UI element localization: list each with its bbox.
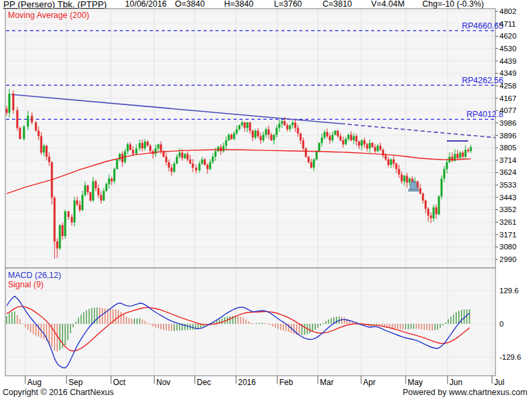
candle bbox=[287, 125, 289, 129]
candle bbox=[182, 152, 184, 158]
candle bbox=[361, 140, 363, 146]
candle bbox=[324, 132, 326, 138]
svg-text:Feb: Feb bbox=[279, 378, 293, 387]
candle bbox=[192, 164, 194, 168]
candle bbox=[348, 135, 350, 139]
candle bbox=[215, 151, 217, 156]
candle bbox=[404, 176, 406, 181]
candle bbox=[95, 182, 97, 188]
candle bbox=[436, 207, 438, 214]
svg-text:4349: 4349 bbox=[499, 69, 517, 77]
candle bbox=[430, 215, 432, 218]
candle bbox=[43, 146, 45, 152]
candle bbox=[470, 147, 472, 151]
candle bbox=[255, 131, 257, 138]
chart-canvas[interactable]: RP4660.65RP4262.56RP4012.8 4802471146204… bbox=[0, 0, 532, 399]
candle bbox=[257, 131, 259, 136]
level-label: RP4660.65 bbox=[462, 21, 503, 31]
candle bbox=[74, 200, 76, 222]
candle bbox=[303, 140, 305, 148]
candle bbox=[281, 121, 283, 124]
candle bbox=[420, 188, 422, 194]
svg-text:Dec: Dec bbox=[197, 378, 211, 387]
candle bbox=[244, 122, 246, 128]
macd-legend-label: MACD (26,12) bbox=[8, 271, 61, 280]
candle bbox=[452, 157, 454, 161]
candle bbox=[460, 152, 462, 158]
svg-text:Jun: Jun bbox=[450, 378, 462, 387]
candle bbox=[35, 122, 37, 130]
svg-text:3080: 3080 bbox=[499, 243, 517, 251]
candle bbox=[223, 146, 225, 151]
candle bbox=[231, 135, 233, 139]
candle bbox=[300, 134, 302, 140]
svg-text:Nov: Nov bbox=[156, 378, 170, 387]
candle bbox=[284, 121, 286, 125]
candle bbox=[247, 122, 249, 128]
svg-text:Jul: Jul bbox=[494, 378, 504, 387]
level-label: RP4262.56 bbox=[462, 76, 503, 85]
candle bbox=[114, 169, 116, 182]
candle bbox=[438, 196, 440, 214]
candle bbox=[345, 139, 347, 144]
candle bbox=[92, 182, 94, 201]
candle bbox=[38, 131, 40, 136]
svg-text:May: May bbox=[408, 378, 423, 387]
candle bbox=[441, 179, 443, 197]
candle bbox=[380, 146, 382, 150]
candle bbox=[398, 169, 400, 174]
candle bbox=[68, 211, 70, 217]
candle bbox=[127, 144, 129, 151]
svg-text:3261: 3261 bbox=[499, 218, 517, 226]
svg-text:3171: 3171 bbox=[499, 231, 517, 239]
candle bbox=[142, 143, 144, 148]
svg-text:4802: 4802 bbox=[499, 7, 517, 15]
candle bbox=[465, 150, 467, 156]
candle bbox=[308, 157, 310, 162]
candle bbox=[265, 129, 267, 134]
candle bbox=[332, 135, 334, 140]
candle bbox=[111, 179, 113, 182]
candle bbox=[396, 164, 398, 169]
candle bbox=[340, 136, 342, 140]
powered-by-link[interactable]: Powered by www.chartnexus.com bbox=[402, 388, 527, 397]
candle bbox=[98, 188, 100, 195]
svg-text:4711: 4711 bbox=[499, 20, 516, 28]
svg-text:4167: 4167 bbox=[499, 94, 517, 102]
candle bbox=[54, 198, 56, 241]
chartnexus-window: PP (Persero) Tbk. (PTPP) 10/06/2016 O=38… bbox=[0, 0, 532, 399]
candle bbox=[409, 179, 411, 183]
candle bbox=[364, 140, 366, 144]
svg-text:3805: 3805 bbox=[499, 144, 517, 152]
candle bbox=[209, 162, 211, 169]
svg-text:3896: 3896 bbox=[499, 132, 517, 140]
candle bbox=[356, 136, 358, 142]
candle bbox=[311, 162, 313, 168]
candle bbox=[201, 160, 203, 164]
candle bbox=[103, 191, 105, 200]
candle bbox=[46, 146, 48, 156]
candle bbox=[144, 142, 146, 148]
candle bbox=[321, 138, 323, 143]
candle bbox=[108, 179, 110, 184]
svg-text:Oct: Oct bbox=[113, 378, 126, 387]
candle bbox=[334, 131, 336, 135]
price-panel[interactable] bbox=[5, 9, 495, 268]
svg-text:Apr: Apr bbox=[363, 378, 376, 387]
candle bbox=[279, 124, 281, 128]
candle bbox=[136, 148, 138, 154]
svg-text:3533: 3533 bbox=[499, 181, 517, 189]
svg-text:4439: 4439 bbox=[499, 57, 517, 65]
candle bbox=[204, 160, 206, 165]
svg-text:2016: 2016 bbox=[238, 378, 256, 387]
candle bbox=[100, 195, 102, 200]
candle bbox=[425, 200, 427, 208]
candle bbox=[158, 144, 160, 148]
candle bbox=[292, 122, 294, 125]
candle bbox=[273, 135, 275, 140]
candle bbox=[130, 144, 132, 150]
candle bbox=[401, 174, 403, 181]
candle bbox=[212, 157, 214, 162]
candle bbox=[316, 151, 318, 159]
candle bbox=[305, 148, 307, 156]
